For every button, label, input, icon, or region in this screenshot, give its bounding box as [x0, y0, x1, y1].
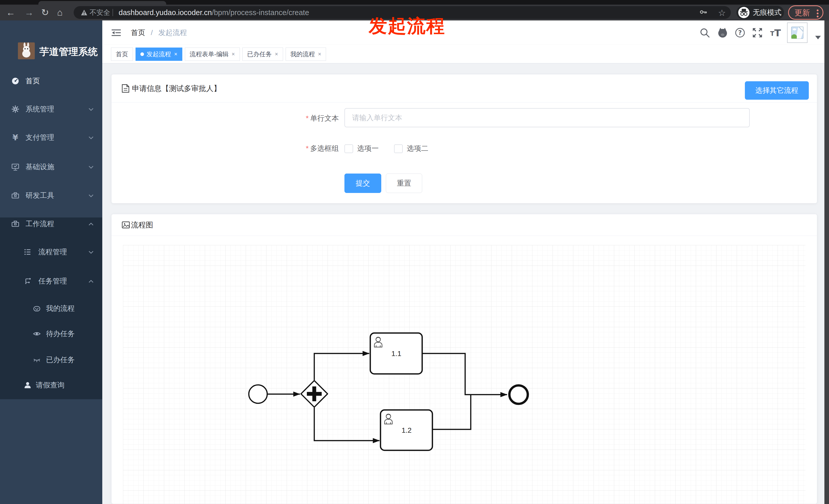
- urlbar-divider: [112, 9, 113, 16]
- field-label-text: *单行文本: [111, 111, 339, 126]
- sidebar-collapse-icon[interactable]: [111, 28, 121, 37]
- reload-icon[interactable]: ↻: [39, 6, 51, 18]
- avatar-dropdown-caret[interactable]: [815, 36, 821, 39]
- bookmark-star-icon[interactable]: ☆: [718, 6, 726, 19]
- annotation-text: 发起流程: [369, 14, 445, 38]
- tags-view-bar: 首页 发起流程 × 流程表单-编辑 × 已办任务 × 我的流程 ×: [102, 45, 829, 64]
- sidebar-item-workflow[interactable]: 工作流程: [0, 210, 102, 238]
- browser-active-tab[interactable]: [38, 1, 166, 5]
- github-icon[interactable]: [717, 27, 728, 38]
- face-icon: [33, 304, 41, 313]
- user-task-1-1[interactable]: 1.1: [370, 333, 422, 374]
- forward-icon[interactable]: →: [23, 6, 35, 18]
- eye-open-icon: [33, 330, 41, 338]
- tag-my-process[interactable]: 我的流程 ×: [286, 47, 326, 61]
- breadcrumb: 首页 / 发起流程: [131, 21, 187, 45]
- monitor-icon: [11, 163, 20, 171]
- search-icon[interactable]: [699, 27, 710, 38]
- toolbox-icon: [11, 220, 20, 228]
- eye-closed-icon: [33, 356, 41, 364]
- process-diagram-card: 流程图: [111, 214, 817, 504]
- chevron-up-icon: [88, 279, 94, 283]
- chevron-down-icon: [88, 136, 94, 140]
- user-task-1-2[interactable]: 1.2: [381, 410, 432, 450]
- app-logo-row[interactable]: 芋道管理系统: [0, 43, 102, 63]
- svg-text:¥: ¥: [12, 133, 18, 142]
- end-event[interactable]: [509, 385, 528, 404]
- start-event[interactable]: [249, 385, 267, 403]
- chevron-down-icon: [88, 107, 94, 111]
- tag-form-edit[interactable]: 流程表单-编辑 ×: [185, 47, 240, 61]
- document-icon: [122, 84, 130, 93]
- bpmn-canvas[interactable]: 1.1 1.2: [123, 245, 805, 504]
- browser-menu-icon[interactable]: [817, 9, 819, 17]
- sidebar-item-payment[interactable]: ¥ 支付管理: [0, 123, 102, 152]
- not-secure-warning-icon: [81, 9, 87, 15]
- question-icon[interactable]: ?: [734, 27, 746, 38]
- back-icon[interactable]: ←: [5, 6, 17, 18]
- url-text[interactable]: dashboard.yudao.iocoder.cn/bpm/process-i…: [119, 6, 309, 19]
- app-title: 芋道管理系统: [39, 43, 98, 60]
- security-label[interactable]: 不安全: [89, 6, 110, 19]
- tree-list-icon: [24, 248, 32, 256]
- scrollbar[interactable]: [824, 21, 829, 504]
- required-marker: *: [306, 114, 309, 122]
- close-icon[interactable]: ×: [318, 51, 321, 57]
- tag-create-process[interactable]: 发起流程 ×: [136, 47, 182, 61]
- flow-task1-end: [422, 353, 507, 395]
- sidebar-item-task-mgmt[interactable]: 任务管理: [0, 267, 102, 295]
- close-icon[interactable]: ×: [232, 51, 235, 57]
- tag-done-task[interactable]: 已办任务 ×: [243, 47, 283, 61]
- chevron-down-icon: [88, 250, 94, 254]
- bpmn-diagram: 1.1 1.2: [123, 245, 806, 504]
- sidebar-item-todo-task[interactable]: 待办任务: [0, 320, 102, 348]
- incognito-badge: 无痕模式: [736, 6, 784, 19]
- sidebar-item-devtools[interactable]: 研发工具: [0, 182, 102, 209]
- card-title: 申请信息【测试多审批人】: [132, 74, 221, 103]
- font-size-icon[interactable]: T T: [770, 27, 781, 38]
- active-dot-icon: [140, 52, 144, 56]
- checkbox-option-1[interactable]: [345, 144, 353, 153]
- incognito-icon: [738, 7, 750, 18]
- toolbox-icon: [11, 191, 20, 200]
- sidebar-item-my-process[interactable]: 我的流程: [0, 295, 102, 322]
- sidebar-item-process-mgmt[interactable]: 流程管理: [0, 238, 102, 266]
- sidebar-item-leave-query[interactable]: 请假查询: [0, 371, 102, 399]
- single-line-text-input[interactable]: [352, 109, 736, 127]
- password-key-icon[interactable]: [699, 9, 707, 16]
- gear-icon: [11, 105, 20, 113]
- tag-home[interactable]: 首页: [111, 47, 133, 61]
- reset-button[interactable]: 重置: [386, 173, 422, 193]
- picture-icon: [122, 221, 130, 229]
- sidebar: 芋道管理系统 首页 系统管理 ¥ 支付管理: [0, 21, 102, 504]
- close-icon[interactable]: ×: [275, 51, 278, 57]
- user-icon: [24, 381, 32, 389]
- flow-icon: [24, 277, 32, 285]
- close-icon[interactable]: ×: [174, 51, 177, 57]
- task-label: 1.2: [402, 426, 412, 434]
- submit-button[interactable]: 提交: [345, 173, 381, 193]
- sidebar-item-infra[interactable]: 基础设施: [0, 153, 102, 181]
- fullscreen-icon[interactable]: [752, 27, 763, 38]
- sidebar-item-home[interactable]: 首页: [0, 67, 102, 95]
- home-icon[interactable]: ⌂: [54, 6, 66, 18]
- apply-info-card: 申请信息【测试多审批人】 选择其它流程 *单行文本 *多选框组 选项一 选项二 …: [111, 74, 817, 203]
- update-button[interactable]: 更新: [788, 5, 823, 20]
- chevron-up-icon: [88, 222, 94, 226]
- checkbox-label-option-2[interactable]: 选项二: [407, 141, 428, 156]
- breadcrumb-current: 发起流程: [158, 29, 187, 37]
- choose-other-process-button[interactable]: 选择其它流程: [745, 81, 809, 100]
- checkbox-label-option-1[interactable]: 选项一: [357, 141, 379, 156]
- broken-image-icon: [791, 27, 803, 39]
- sidebar-item-system[interactable]: 系统管理: [0, 95, 102, 123]
- field-label-checkbox-group: *多选框组: [111, 141, 339, 156]
- flow-gateway-task1: [314, 353, 369, 380]
- sidebar-item-done-task[interactable]: 已办任务: [0, 346, 102, 374]
- task-label: 1.1: [392, 350, 401, 357]
- incognito-label: 无痕模式: [753, 6, 782, 19]
- checkbox-option-2[interactable]: [394, 144, 403, 153]
- breadcrumb-home[interactable]: 首页: [131, 29, 145, 37]
- avatar[interactable]: [787, 23, 807, 43]
- svg-text:?: ?: [738, 29, 742, 36]
- parallel-gateway[interactable]: [301, 381, 328, 407]
